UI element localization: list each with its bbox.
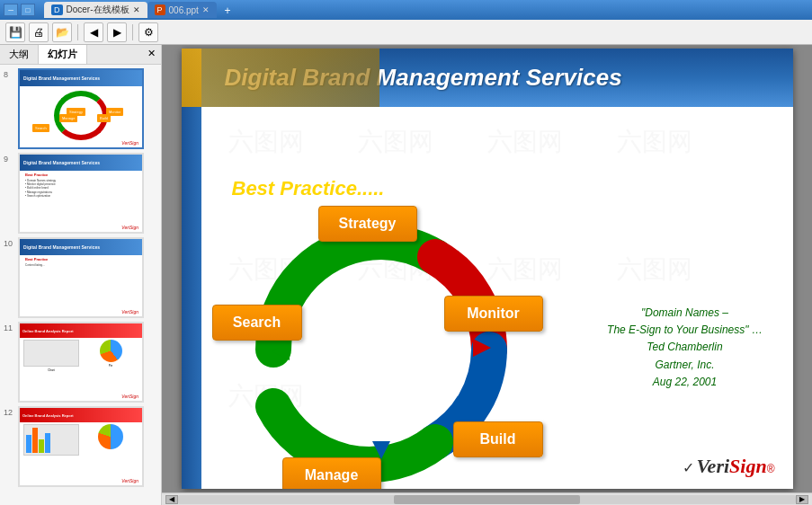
slide-num-8: 8 [4, 68, 14, 79]
main-content: Digital Brand Management Services 六图网 六图… [162, 45, 812, 505]
slide-body: 六图网 六图网 六图网 六图网 六图网 六图网 六图网 六图网 六图网 Best… [201, 107, 793, 489]
minimize-btn[interactable]: ─ [4, 4, 18, 16]
slide-left-bar [182, 107, 201, 489]
verisign-logo: ✓ Veri Sign ® [683, 455, 774, 478]
sidebar-close-btn[interactable]: ✕ [142, 45, 161, 64]
quote-text: "Domain Names – The E-Sign to Your Busin… [595, 305, 775, 391]
logo-veri: Veri [696, 455, 729, 478]
slide-preview-11[interactable]: Online Brand Analysis Report Chart Pie [18, 322, 144, 403]
tab-favicon-docer: D [51, 4, 63, 15]
box-build: Build [453, 421, 543, 457]
undo-btn[interactable]: ◀ [84, 22, 103, 42]
browser-tabs: D Docer-在线模板 ✕ P 006.ppt ✕ + [44, 2, 808, 18]
sidebar: 大纲 幻灯片 ✕ 8 Digital Brand Management Serv… [0, 45, 162, 505]
slide-area: Digital Brand Management Services 六图网 六图… [162, 45, 812, 492]
slide-num-12: 12 [4, 406, 14, 417]
box-search: Search [212, 305, 302, 341]
box-strategy: Strategy [318, 206, 417, 242]
tab-close-docer[interactable]: ✕ [133, 5, 140, 14]
save-btn[interactable]: 💾 [5, 22, 25, 42]
maximize-btn[interactable]: □ [21, 4, 35, 16]
slide-num-9: 9 [4, 153, 14, 164]
slide-thumb-9[interactable]: 9 Digital Brand Management Services Best… [4, 153, 157, 234]
slide-thumb-12[interactable]: 12 Online Brand Analysis Report [4, 406, 157, 487]
slide-header: Digital Brand Management Services [182, 49, 793, 107]
logo-reg: ® [767, 463, 775, 475]
window-controls: ─ □ [4, 4, 35, 16]
box-monitor: Monitor [444, 296, 543, 332]
settings-btn[interactable]: ⚙ [138, 22, 158, 42]
tab-label-docer: Docer-在线模板 [67, 4, 129, 16]
slide-preview-8[interactable]: Digital Brand Management Services Strate… [18, 68, 144, 149]
svg-point-0 [309, 278, 453, 421]
toolbar: 💾 🖨 📂 ◀ ▶ ⚙ [0, 20, 812, 45]
horizontal-scrollbar[interactable] [178, 495, 796, 504]
slide-preview-12[interactable]: Online Brand Analysis Report [18, 406, 144, 487]
sidebar-tabs: 大纲 幻灯片 ✕ [0, 45, 161, 65]
slide-canvas: Digital Brand Management Services 六图网 六图… [182, 49, 793, 489]
tab-docer[interactable]: D Docer-在线模板 ✕ [44, 2, 147, 18]
slide-thumb-8[interactable]: 8 Digital Brand Management Services Stra… [4, 68, 157, 149]
logo-checkmark: ✓ [683, 459, 694, 476]
diagram-container: Strategy Monitor Build Manage [228, 197, 534, 489]
redo-btn[interactable]: ▶ [107, 22, 127, 42]
app-area: 大纲 幻灯片 ✕ 8 Digital Brand Management Serv… [0, 45, 812, 505]
bottom-scrollbar: ◀ ▶ [162, 492, 812, 505]
tab-ppt[interactable]: P 006.ppt ✕ [147, 2, 217, 18]
scroll-right-btn[interactable]: ▶ [796, 495, 808, 504]
slide-preview-9[interactable]: Digital Brand Management Services Best P… [18, 153, 144, 234]
tab-close-ppt[interactable]: ✕ [202, 5, 210, 14]
tab-favicon-ppt: P [155, 4, 165, 15]
slide-preview-10[interactable]: Digital Brand Management Services Best P… [18, 237, 144, 318]
open-btn[interactable]: 📂 [52, 22, 72, 42]
slide-num-11: 11 [4, 322, 14, 332]
slide-thumb-10[interactable]: 10 Digital Brand Management Services Bes… [4, 237, 157, 318]
toolbar-sep-1 [77, 24, 78, 40]
box-manage: Manage [282, 457, 381, 489]
slide-thumb-11[interactable]: 11 Online Brand Analysis Report Chart [4, 322, 157, 403]
sidebar-tab-slides[interactable]: 幻灯片 [39, 45, 87, 64]
sidebar-tab-outline[interactable]: 大纲 [0, 45, 39, 64]
scroll-left-btn[interactable]: ◀ [165, 495, 178, 504]
toolbar-sep-2 [132, 24, 133, 40]
new-tab-button[interactable]: + [220, 4, 235, 18]
sidebar-content[interactable]: 8 Digital Brand Management Services Stra… [0, 65, 161, 505]
tab-label-ppt: 006.ppt [169, 5, 199, 15]
logo-sign: Sign [729, 455, 767, 478]
header-image-area [182, 49, 379, 107]
title-bar: ─ □ D Docer-在线模板 ✕ P 006.ppt ✕ + [0, 0, 812, 20]
print-btn[interactable]: 🖨 [29, 22, 49, 42]
slide-num-10: 10 [4, 237, 14, 248]
